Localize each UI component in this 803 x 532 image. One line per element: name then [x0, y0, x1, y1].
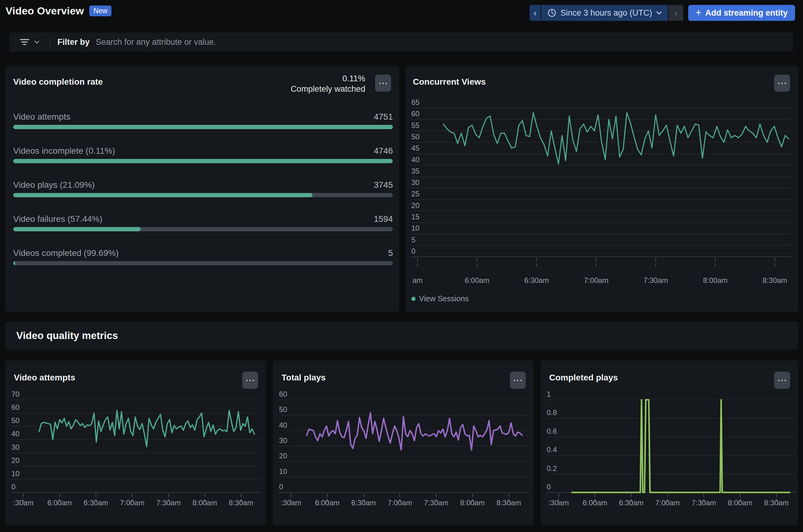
svg-text:8:00am: 8:00am — [460, 498, 485, 507]
svg-text:50: 50 — [11, 416, 20, 425]
svg-text:6:30am: 6:30am — [351, 498, 376, 507]
metric-label: Video plays (21.09%) — [13, 180, 95, 190]
chevron-down-icon — [34, 40, 39, 44]
svg-text:0: 0 — [279, 482, 283, 491]
concurrent-views-chart[interactable]: 05101520253035404550556065am6:00am6:30am… — [411, 104, 791, 294]
svg-text:20: 20 — [11, 456, 20, 464]
svg-text:7:30am: 7:30am — [643, 276, 668, 284]
svg-text::30am: :30am — [548, 498, 569, 507]
chevron-right-icon: › — [674, 8, 677, 18]
metric-row: Video attempts 4751 — [13, 112, 393, 129]
card-menu-button[interactable]: ⋯ — [375, 75, 391, 92]
metric-label: Videos incomplete (0.11%) — [13, 146, 115, 156]
card-menu-button[interactable]: ⋯ — [774, 75, 790, 92]
total-plays-chart[interactable]: 0102030405060:30am6:00am6:30am7:00am7:30… — [279, 396, 528, 517]
svg-text:10: 10 — [11, 470, 20, 478]
video-attempts-chart[interactable]: 010203040506070:30am6:00am6:30am7:00am7:… — [11, 396, 261, 517]
svg-text:8:30am: 8:30am — [229, 498, 253, 507]
filter-bar: Filter by — [9, 33, 793, 52]
filter-menu-toggle[interactable] — [17, 38, 42, 46]
svg-text:40: 40 — [11, 430, 20, 438]
completed-plays-title: Completed plays — [549, 373, 618, 383]
completed-plays-chart[interactable]: 00.20.40.60.81:30am6:00am6:30am7:00am7:3… — [547, 396, 796, 517]
concurrent-views-card: Concurrent Views ⋯ 051015202530354045505… — [406, 66, 798, 312]
svg-text:5: 5 — [411, 235, 415, 244]
card-menu-button[interactable]: ⋯ — [242, 372, 258, 389]
svg-text:50: 50 — [279, 405, 287, 414]
svg-text::30am: :30am — [281, 498, 301, 507]
svg-text:55: 55 — [411, 121, 419, 130]
svg-text:8:00am: 8:00am — [192, 498, 217, 507]
svg-text:8:30am: 8:30am — [496, 498, 521, 507]
metric-value: 5 — [388, 248, 393, 258]
svg-text:20: 20 — [279, 452, 287, 460]
svg-text:7:00am: 7:00am — [584, 276, 609, 284]
time-range-previous-button[interactable]: ‹ — [529, 5, 541, 21]
metric-label: Videos completed (99.69%) — [13, 248, 118, 258]
svg-text:40: 40 — [279, 421, 287, 429]
svg-text:65: 65 — [411, 98, 419, 107]
completion-card-title: Video completion rate — [13, 77, 103, 87]
svg-text:6:30am: 6:30am — [83, 498, 108, 507]
card-menu-button[interactable]: ⋯ — [510, 372, 526, 389]
svg-text::30am: :30am — [13, 498, 34, 507]
filter-icon — [19, 38, 30, 46]
progress-bar-track — [13, 159, 393, 163]
metric-row: Video plays (21.09%) 3745 — [13, 180, 393, 197]
add-streaming-entity-button[interactable]: + Add streaming entity — [688, 5, 795, 21]
svg-text:0.4: 0.4 — [547, 445, 557, 454]
chart-legend[interactable]: View Sessions — [411, 294, 469, 303]
svg-text:60: 60 — [11, 403, 20, 412]
svg-text:20: 20 — [411, 201, 419, 210]
concurrent-views-title: Concurrent Views — [413, 77, 486, 87]
video-completion-rate-card: Video completion rate 0.11% Completely w… — [5, 66, 399, 312]
svg-text:45: 45 — [411, 144, 419, 152]
svg-text:15: 15 — [411, 213, 419, 221]
svg-text:0.8: 0.8 — [547, 408, 557, 417]
svg-text:0: 0 — [411, 247, 415, 255]
total-plays-card: Total plays ⋯ 0102030405060:30am6:00am6:… — [273, 361, 534, 525]
metric-label: Video failures (57.44%) — [13, 214, 102, 224]
video-attempts-title: Video attempts — [14, 373, 75, 383]
card-menu-button[interactable]: ⋯ — [774, 372, 790, 389]
progress-bar-track — [13, 227, 393, 231]
completion-rows: Video attempts 4751 Videos incomplete (0… — [13, 112, 393, 282]
svg-text:60: 60 — [411, 110, 419, 118]
more-menu-icon: ⋯ — [777, 78, 787, 88]
svg-text:7:30am: 7:30am — [424, 498, 448, 507]
svg-text:0: 0 — [11, 482, 15, 491]
metric-row: Videos incomplete (0.11%) 4746 — [13, 146, 393, 163]
completed-plays-card: Completed plays ⋯ 00.20.40.60.81:30am6:0… — [541, 361, 798, 525]
add-streaming-entity-label: Add streaming entity — [705, 8, 788, 18]
metric-row: Videos completed (99.69%) 5 — [13, 248, 393, 265]
progress-bar-fill — [13, 125, 393, 129]
metric-value: 3745 — [374, 180, 393, 190]
svg-text:0.6: 0.6 — [547, 427, 557, 435]
svg-text:7:00am: 7:00am — [388, 498, 412, 507]
progress-bar-track — [13, 125, 393, 129]
metric-row: Video failures (57.44%) 1594 — [13, 214, 393, 231]
page-title: Video Overview — [5, 5, 84, 17]
svg-text:7:30am: 7:30am — [692, 498, 716, 507]
svg-text:1: 1 — [547, 390, 551, 398]
svg-text:6:00am: 6:00am — [315, 498, 339, 507]
metric-value: 1594 — [374, 214, 393, 224]
filter-search-input[interactable] — [96, 37, 786, 47]
time-range-next-button[interactable]: › — [669, 5, 683, 21]
svg-text:0: 0 — [547, 482, 551, 491]
svg-text:8:30am: 8:30am — [764, 498, 788, 507]
svg-text:25: 25 — [411, 190, 419, 198]
svg-text:10: 10 — [279, 467, 287, 476]
svg-text:0.2: 0.2 — [547, 464, 557, 473]
time-range-label: Since 3 hours ago (UTC) — [560, 8, 652, 18]
completion-stat-value: 0.11% — [291, 73, 365, 84]
more-menu-icon: ⋯ — [378, 78, 388, 88]
svg-text:am: am — [412, 276, 423, 284]
section-title: Video quality metrics — [16, 330, 118, 341]
time-range-picker[interactable]: Since 3 hours ago (UTC) — [541, 5, 668, 21]
progress-bar-fill — [13, 193, 313, 197]
svg-text:7:00am: 7:00am — [120, 498, 145, 507]
svg-text:7:00am: 7:00am — [655, 498, 680, 507]
svg-text:30: 30 — [279, 436, 287, 444]
svg-text:60: 60 — [279, 390, 287, 398]
